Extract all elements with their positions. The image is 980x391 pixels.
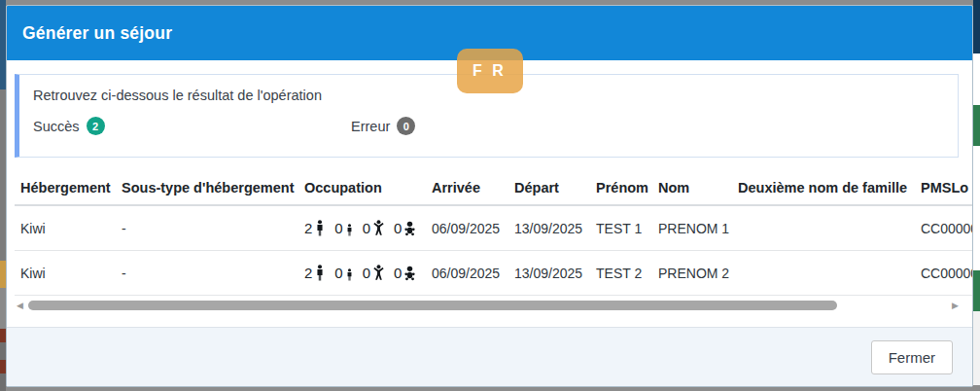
cell-occupation: 2 0 0 0 <box>298 251 426 296</box>
error-count-badge: 0 <box>397 117 415 135</box>
column-header-nom: Nom <box>652 171 732 205</box>
alert-counts: Succès 2 Erreur 0 <box>33 117 944 135</box>
baby-icon <box>403 221 416 236</box>
generate-stay-modal: Générer un séjour F R Retrouvez ci-desso… <box>6 5 973 387</box>
babies-count: 0 <box>394 265 402 281</box>
modal-footer: Fermer <box>7 327 972 386</box>
adult-icon <box>314 220 326 236</box>
language-badge-fr[interactable]: F R <box>457 49 523 93</box>
scrollbar-thumb[interactable] <box>28 301 837 310</box>
cell-hebergement: Kiwi <box>15 251 116 296</box>
cell-hebergement: Kiwi <box>15 205 116 251</box>
cell-arrivee: 06/09/2025 <box>426 205 508 251</box>
scroll-left-arrow-icon[interactable]: ◀ <box>17 297 23 314</box>
teens-count: 0 <box>363 265 370 281</box>
child-icon <box>345 268 354 281</box>
baby-icon <box>403 266 416 281</box>
success-label: Succès <box>33 119 80 134</box>
youth-arms-up-icon <box>372 265 385 281</box>
table-header-row: Hébergement Sous-type d'hébergement Occu… <box>15 171 973 205</box>
cell-occupation: 2 0 0 0 <box>298 205 426 251</box>
cell-nom: PRENOM 1 <box>652 205 732 251</box>
cell-prenom: TEST 2 <box>590 251 652 296</box>
cell-sous-type: - <box>116 251 298 296</box>
column-header-prenom: Prénom <box>590 171 652 205</box>
cell-pmslo: CC00000 <box>915 251 973 296</box>
column-header-hebergement: Hébergement <box>15 171 116 205</box>
column-header-occupation: Occupation <box>298 171 426 205</box>
column-header-pmslo: PMSLo <box>915 171 973 205</box>
babies-count: 0 <box>394 220 402 236</box>
cell-depart: 13/09/2025 <box>508 251 590 296</box>
cell-deuxieme-nom <box>732 251 915 296</box>
adults-count: 2 <box>304 265 312 281</box>
cell-arrivee: 06/09/2025 <box>426 251 508 296</box>
teens-count: 0 <box>363 220 370 236</box>
column-header-deuxieme-nom: Deuxième nom de famille <box>732 171 915 205</box>
modal-title: Générer un séjour <box>22 23 172 44</box>
backdrop-right <box>973 0 980 391</box>
cell-deuxieme-nom <box>732 205 915 251</box>
scrollbar-track[interactable] <box>28 301 947 310</box>
children-count: 0 <box>334 265 342 281</box>
results-table: Hébergement Sous-type d'hébergement Occu… <box>15 171 973 296</box>
results-table-wrap: Hébergement Sous-type d'hébergement Occu… <box>15 171 973 296</box>
column-header-sous-type: Sous-type d'hébergement <box>116 171 298 205</box>
cell-depart: 13/09/2025 <box>508 205 590 251</box>
close-button[interactable]: Fermer <box>871 340 953 374</box>
success-count-group: Succès 2 <box>33 117 351 135</box>
error-count-group: Erreur 0 <box>351 117 415 135</box>
youth-arms-up-icon <box>372 220 385 236</box>
adults-count: 2 <box>304 220 312 236</box>
table-row: Kiwi - 2 0 0 0 06/09/2025 13/09/2025 TES… <box>15 205 973 251</box>
cell-prenom: TEST 1 <box>590 205 652 251</box>
adult-icon <box>314 265 326 281</box>
cell-pmslo: CC00000 <box>915 205 973 251</box>
child-icon <box>345 224 354 236</box>
column-header-arrivee: Arrivée <box>426 171 508 205</box>
error-label: Erreur <box>351 119 390 134</box>
scroll-right-arrow-icon[interactable]: ▶ <box>952 297 959 314</box>
cell-nom: PRENOM 2 <box>652 251 732 296</box>
column-header-depart: Départ <box>508 171 590 205</box>
cell-sous-type: - <box>116 205 298 251</box>
table-row: Kiwi - 2 0 0 0 06/09/2025 13/09/2025 TES… <box>15 251 973 296</box>
horizontal-scrollbar[interactable]: ◀ ▶ <box>17 297 959 314</box>
success-count-badge: 2 <box>87 117 105 135</box>
children-count: 0 <box>334 220 342 236</box>
